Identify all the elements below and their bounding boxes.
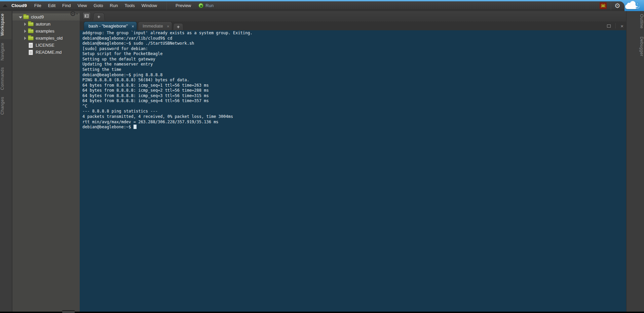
menubar-items: FileEditFindViewGotoRunToolsWindow [31,1,160,10]
menu-goto[interactable]: Goto [90,1,106,10]
menu-run[interactable]: Run [107,1,121,10]
console-list-icon [84,14,89,18]
tree-row-examples_old[interactable]: examples_old [12,35,80,42]
triangle-up-icon [3,4,7,7]
tab-label: Immediate [143,24,163,29]
tabbar-divider [615,23,616,29]
cloud9-ide-window: Cloud9 FileEditFindViewGotoRunToolsWindo… [0,0,644,313]
folder-icon [23,15,29,19]
settings-gear-button[interactable]: ⚙ [614,2,620,9]
tree-spacer [23,50,27,54]
tree-row-readme.md[interactable]: README.md [12,49,80,56]
collapse-menubar-button[interactable] [0,1,10,10]
new-tab-button[interactable]: + [173,23,183,31]
console-pane: + bash - "beaglebone"×Immediate× + × add… [80,10,626,313]
new-pane-button[interactable]: + [92,13,105,21]
menubar-fill [0,10,624,11]
tab-label: bash - "beaglebone" [88,24,128,29]
tab-bash-beaglebone-[interactable]: bash - "beaglebone"× [84,21,137,30]
sidebar-item-navigate[interactable]: Navigate [0,39,12,64]
tab-close-icon[interactable]: × [131,24,134,28]
run-play-icon [198,3,203,8]
menu-view[interactable]: View [74,1,90,10]
run-button-label: Run [205,3,214,8]
file-icon [29,43,33,48]
menu-window[interactable]: Window [138,1,160,10]
sidebar-item-outline[interactable]: Outline [627,10,644,33]
folder-icon [28,29,34,33]
file-icon [29,50,33,55]
cloud9-nine-glyph: 9 [635,2,640,10]
tree-row-license[interactable]: LICENSE [12,42,80,49]
tree-item-label: LICENSE [36,43,54,48]
menu-tools[interactable]: Tools [121,1,138,10]
bottom-edge-bar [0,312,644,313]
menu-edit[interactable]: Edit [45,1,59,10]
terminal-output[interactable]: addgroup: The group `input' already exis… [82,31,626,130]
collapse-arrow-icon[interactable] [23,29,27,33]
left-dock-strip: WorkspaceNavigateCommandsChanges [0,10,12,313]
sidebar-item-workspace[interactable]: Workspace [0,10,12,39]
expand-arrow-icon[interactable] [18,15,23,19]
sidebar-item-debugger[interactable]: Debugger [627,33,644,60]
console-menu-button[interactable] [82,12,91,19]
folder-icon [28,22,34,26]
chevron-down-icon: ▾ [76,12,78,15]
file-tree: cloud9autorunexamplesexamples_oldLICENSE… [12,13,80,56]
tree-settings-button[interactable]: ⚙ ▾ [70,10,78,17]
terminal-cursor [134,125,137,129]
sidebar-item-commands[interactable]: Commands [0,64,12,93]
tree-item-label: autorun [36,21,50,27]
tree-item-label: examples_old [36,36,63,41]
console-tabbar: bash - "beaglebone"×Immediate× + × [80,21,626,30]
right-dock-strip: OutlineDebugger [626,10,644,313]
workspace-file-tree-panel: ⚙ ▾ cloud9autorunexamplesexamples_oldLIC… [12,10,80,313]
terminal[interactable]: addgroup: The group `input' already exis… [80,30,626,313]
collapse-arrow-icon[interactable] [23,22,27,26]
tab-close-icon[interactable]: × [167,24,169,28]
cloud9-logo[interactable]: 9 [625,2,641,10]
editor-header: + [80,10,626,21]
run-button[interactable]: Run [195,3,217,8]
tree-item-label: README.md [36,50,62,55]
bug-report-button[interactable] [600,2,607,9]
close-pane-icon[interactable]: × [620,24,623,29]
menu-file[interactable]: File [31,1,45,10]
topbar-right-icons: ⚙ [600,1,622,10]
menubar-divider [166,1,167,10]
folder-icon [28,36,34,40]
tree-row-autorun[interactable]: autorun [12,20,80,28]
app-logo-text: Cloud9 [10,3,31,8]
gear-icon: ⚙ [70,10,76,17]
tab-immediate[interactable]: Immediate× [138,21,172,30]
bottom-resize-handle[interactable] [62,310,75,313]
preview-button[interactable]: Preview [172,1,195,10]
sidebar-item-changes[interactable]: Changes [0,93,12,118]
collapse-arrow-icon[interactable] [23,36,27,40]
tree-item-label: examples [36,29,54,34]
menu-bar: Cloud9 FileEditFindViewGotoRunToolsWindo… [0,1,624,10]
tree-item-label: cloud9 [31,14,44,19]
bug-icon [601,3,606,8]
tree-spacer [23,43,27,47]
maximize-pane-icon[interactable] [607,25,611,28]
menu-find[interactable]: Find [59,1,74,10]
tree-row-examples[interactable]: examples [12,28,80,35]
topbar-right-divider [611,1,611,10]
tabs: bash - "beaglebone"×Immediate× [80,21,173,30]
tabbar-right-controls: × [607,21,623,30]
